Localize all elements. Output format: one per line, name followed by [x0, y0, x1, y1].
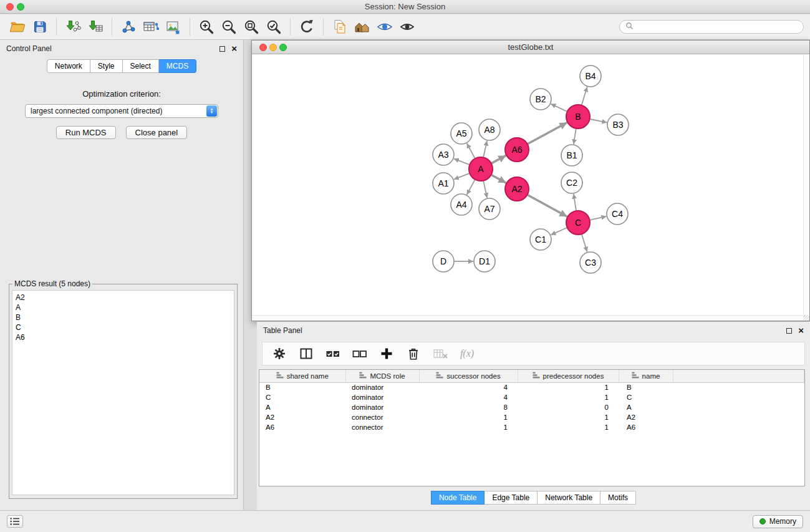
zoom-fit-button[interactable] [240, 16, 263, 37]
node-C4[interactable]: C4 [607, 203, 628, 225]
open-session-button[interactable] [6, 16, 29, 37]
node-C1[interactable]: C1 [530, 229, 551, 250]
zoom-window-button[interactable] [17, 3, 24, 11]
deselect-all-rows-button[interactable] [352, 346, 368, 362]
create-column-button[interactable] [298, 346, 314, 362]
table-cell[interactable]: 1 [518, 382, 619, 392]
column-header-predecessor-nodes[interactable]: predecessor nodes [518, 370, 619, 382]
table-cell[interactable]: connector [345, 412, 419, 422]
edge-A6-B[interactable] [528, 123, 567, 144]
show-hide-button[interactable] [396, 16, 418, 37]
table-header-row[interactable]: shared nameMCDS rolesuccessor nodesprede… [259, 370, 804, 382]
node-A4[interactable]: A4 [451, 194, 472, 215]
table-cell[interactable]: 8 [419, 402, 518, 412]
zoom-selected-button[interactable] [263, 16, 285, 37]
table-cell[interactable]: dominator [345, 382, 419, 392]
network-analyzer-button[interactable] [351, 16, 374, 37]
edge-B-B2[interactable] [551, 104, 567, 112]
tab-style[interactable]: Style [90, 59, 123, 73]
run-mcds-button[interactable]: Run MCDS [56, 126, 116, 139]
save-session-button[interactable] [29, 16, 51, 37]
task-history-button[interactable] [7, 515, 23, 528]
table-cell[interactable]: A2 [619, 412, 673, 422]
memory-button[interactable]: Memory [753, 515, 803, 528]
mcds-result-item[interactable]: A6 [16, 332, 231, 342]
session-documents-button[interactable] [329, 16, 351, 37]
edge-A-A3[interactable] [454, 158, 470, 164]
table-cell[interactable]: A6 [619, 422, 673, 432]
table-cell[interactable]: 1 [518, 422, 619, 432]
table-cell[interactable]: B [619, 382, 673, 392]
edge-C-C4[interactable] [591, 216, 607, 220]
node-A2[interactable]: A2 [505, 177, 529, 201]
add-row-button[interactable] [378, 346, 395, 362]
tab-edge-table[interactable]: Edge Table [485, 491, 538, 505]
node-C[interactable]: C [566, 211, 590, 235]
mcds-result-item[interactable]: B [16, 312, 231, 322]
node-D1[interactable]: D1 [474, 251, 495, 272]
table-cell[interactable]: 1 [518, 412, 619, 422]
node-A[interactable]: A [469, 157, 493, 181]
tab-mcds[interactable]: MCDS [159, 59, 196, 73]
table-cell[interactable]: C [259, 392, 345, 402]
network-minimize-button[interactable] [269, 44, 277, 51]
network-vertical-scrollbar[interactable] [803, 55, 809, 315]
mcds-result-item[interactable]: A2 [16, 293, 231, 302]
network-canvas[interactable]: B4B2BB3A8A5A6A3B1AA1C2A2A4A7C4CC1C3DD1 [252, 55, 803, 315]
column-header-successor-nodes[interactable]: successor nodes [419, 370, 518, 382]
node-C3[interactable]: C3 [580, 252, 601, 273]
table-row[interactable]: Cdominator41C [259, 392, 804, 402]
edge-C-C1[interactable] [551, 228, 566, 235]
mcds-result-item[interactable]: C [16, 322, 231, 332]
table-cell[interactable]: 4 [419, 382, 518, 392]
table-cell[interactable]: dominator [345, 402, 419, 412]
table-cell[interactable]: A [619, 402, 673, 412]
edge-B-B1[interactable] [574, 129, 576, 145]
delete-row-button[interactable] [405, 346, 422, 362]
network-resize-grip[interactable] [803, 315, 809, 321]
table-cell[interactable]: 1 [419, 412, 518, 422]
table-cell[interactable]: 1 [419, 422, 518, 432]
graphics-details-button[interactable] [374, 16, 396, 37]
refresh-button[interactable] [296, 16, 318, 37]
import-table-button[interactable] [84, 16, 107, 37]
mcds-result-item[interactable]: A [16, 302, 231, 312]
edge-A2-C[interactable] [528, 195, 567, 217]
edge-A-A1[interactable] [454, 173, 470, 179]
edge-A-A4[interactable] [467, 180, 475, 195]
network-zoom-button[interactable] [279, 44, 287, 51]
column-header-MCDS-role[interactable]: MCDS role [345, 370, 419, 382]
node-B1[interactable]: B1 [561, 145, 582, 166]
mcds-result-list[interactable]: A2ABCA6 [12, 290, 234, 495]
optimization-dropdown[interactable]: largest connected component (directed) ▲… [25, 104, 218, 118]
node-D[interactable]: D [433, 251, 454, 272]
edge-A-A8[interactable] [483, 141, 487, 157]
tab-node-table[interactable]: Node Table [431, 491, 485, 505]
search-box[interactable] [619, 20, 804, 34]
import-network-button[interactable] [62, 16, 84, 37]
table-row[interactable]: A2connector11A2 [259, 412, 804, 422]
table-cell[interactable]: A6 [259, 422, 345, 432]
table-cell[interactable]: A2 [259, 412, 345, 422]
float-table-panel-icon[interactable] [786, 328, 792, 334]
node-B2[interactable]: B2 [530, 89, 551, 110]
zoom-in-button[interactable] [195, 16, 218, 37]
edge-B-B4[interactable] [582, 87, 587, 105]
edge-B-B3[interactable] [591, 119, 607, 122]
node-table[interactable]: shared nameMCDS rolesuccessor nodesprede… [259, 369, 805, 486]
table-cell[interactable]: 4 [419, 392, 518, 402]
tab-network[interactable]: Network [47, 59, 90, 73]
node-A3[interactable]: A3 [433, 144, 454, 165]
table-cell[interactable]: 0 [518, 402, 619, 412]
search-input[interactable] [637, 22, 798, 31]
table-cell[interactable]: connector [345, 422, 419, 432]
close-window-button[interactable] [6, 3, 14, 11]
edge-A-A7[interactable] [483, 181, 487, 198]
table-cell[interactable]: dominator [345, 392, 419, 402]
node-B4[interactable]: B4 [580, 65, 601, 87]
float-panel-icon[interactable] [219, 46, 225, 52]
table-row[interactable]: A6connector11A6 [259, 422, 804, 432]
node-B[interactable]: B [566, 105, 590, 128]
new-network-table-button[interactable] [140, 16, 162, 37]
column-header-name[interactable]: name [619, 370, 673, 382]
